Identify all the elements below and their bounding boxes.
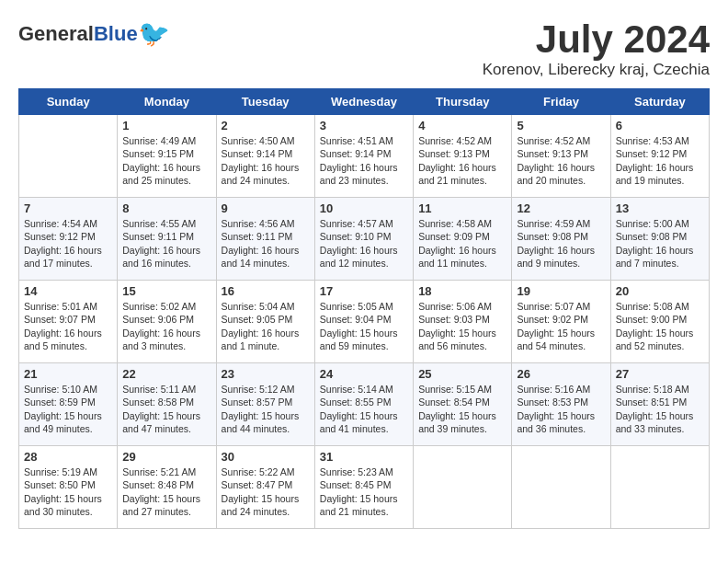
calendar-cell: 25Sunrise: 5:15 AM Sunset: 8:54 PM Dayli… bbox=[414, 363, 512, 446]
day-number: 19 bbox=[517, 284, 605, 298]
day-number: 3 bbox=[320, 119, 408, 132]
day-number: 7 bbox=[24, 201, 112, 215]
day-info: Sunrise: 5:00 AM Sunset: 9:08 PM Dayligh… bbox=[616, 217, 704, 270]
day-number: 21 bbox=[24, 367, 112, 381]
day-number: 18 bbox=[418, 284, 506, 298]
day-info: Sunrise: 5:22 AM Sunset: 8:47 PM Dayligh… bbox=[222, 465, 310, 518]
day-number: 20 bbox=[616, 284, 704, 298]
calendar-cell: 12Sunrise: 4:59 AM Sunset: 9:08 PM Dayli… bbox=[512, 198, 610, 281]
day-info: Sunrise: 5:10 AM Sunset: 8:59 PM Dayligh… bbox=[24, 383, 112, 435]
calendar-cell: 2Sunrise: 4:50 AM Sunset: 9:14 PM Daylig… bbox=[216, 115, 314, 198]
calendar-cell bbox=[19, 115, 118, 198]
calendar-cell: 29Sunrise: 5:21 AM Sunset: 8:48 PM Dayli… bbox=[118, 446, 216, 529]
calendar-cell bbox=[610, 446, 709, 529]
title-area: July 2024 Korenov, Liberecky kraj, Czech… bbox=[483, 18, 710, 79]
day-info: Sunrise: 5:15 AM Sunset: 8:54 PM Dayligh… bbox=[418, 383, 506, 435]
calendar-cell: 8Sunrise: 4:55 AM Sunset: 9:11 PM Daylig… bbox=[118, 198, 216, 281]
day-number: 13 bbox=[616, 201, 704, 215]
day-info: Sunrise: 5:04 AM Sunset: 9:05 PM Dayligh… bbox=[222, 300, 310, 352]
calendar-title: July 2024 bbox=[483, 18, 710, 61]
day-info: Sunrise: 5:07 AM Sunset: 9:02 PM Dayligh… bbox=[517, 300, 605, 352]
calendar-cell: 31Sunrise: 5:23 AM Sunset: 8:45 PM Dayli… bbox=[314, 446, 413, 529]
calendar-week-row: 28Sunrise: 5:19 AM Sunset: 8:50 PM Dayli… bbox=[19, 446, 710, 529]
weekday-header-monday: Monday bbox=[118, 89, 216, 115]
day-info: Sunrise: 4:59 AM Sunset: 9:08 PM Dayligh… bbox=[517, 217, 605, 270]
day-number: 4 bbox=[418, 119, 506, 132]
calendar-cell: 18Sunrise: 5:06 AM Sunset: 9:03 PM Dayli… bbox=[414, 281, 512, 363]
day-info: Sunrise: 5:08 AM Sunset: 9:00 PM Dayligh… bbox=[616, 300, 704, 352]
day-number: 28 bbox=[24, 450, 112, 464]
calendar-cell bbox=[512, 446, 610, 529]
weekday-header-wednesday: Wednesday bbox=[314, 89, 413, 115]
calendar-cell: 15Sunrise: 5:02 AM Sunset: 9:06 PM Dayli… bbox=[118, 281, 216, 363]
weekday-header-sunday: Sunday bbox=[19, 89, 118, 115]
calendar-cell: 14Sunrise: 5:01 AM Sunset: 9:07 PM Dayli… bbox=[19, 281, 118, 363]
day-info: Sunrise: 5:12 AM Sunset: 8:57 PM Dayligh… bbox=[222, 383, 310, 435]
calendar-cell: 5Sunrise: 4:52 AM Sunset: 9:13 PM Daylig… bbox=[512, 115, 610, 198]
day-number: 22 bbox=[122, 367, 210, 381]
logo: GeneralBlue 🐦 bbox=[18, 18, 170, 49]
calendar-cell: 23Sunrise: 5:12 AM Sunset: 8:57 PM Dayli… bbox=[216, 363, 314, 446]
day-info: Sunrise: 5:05 AM Sunset: 9:04 PM Dayligh… bbox=[320, 300, 408, 352]
calendar-cell bbox=[414, 446, 512, 529]
calendar-table: SundayMondayTuesdayWednesdayThursdayFrid… bbox=[18, 88, 710, 529]
day-info: Sunrise: 5:06 AM Sunset: 9:03 PM Dayligh… bbox=[418, 300, 506, 352]
calendar-cell: 16Sunrise: 5:04 AM Sunset: 9:05 PM Dayli… bbox=[216, 281, 314, 363]
day-info: Sunrise: 5:11 AM Sunset: 8:58 PM Dayligh… bbox=[122, 383, 210, 435]
day-info: Sunrise: 5:02 AM Sunset: 9:06 PM Dayligh… bbox=[122, 300, 210, 352]
day-info: Sunrise: 5:18 AM Sunset: 8:51 PM Dayligh… bbox=[616, 383, 704, 435]
calendar-cell: 9Sunrise: 4:56 AM Sunset: 9:11 PM Daylig… bbox=[216, 198, 314, 281]
weekday-header-row: SundayMondayTuesdayWednesdayThursdayFrid… bbox=[19, 89, 710, 115]
day-info: Sunrise: 5:01 AM Sunset: 9:07 PM Dayligh… bbox=[24, 300, 112, 352]
calendar-cell: 22Sunrise: 5:11 AM Sunset: 8:58 PM Dayli… bbox=[118, 363, 216, 446]
day-info: Sunrise: 4:52 AM Sunset: 9:13 PM Dayligh… bbox=[517, 134, 605, 187]
calendar-cell: 21Sunrise: 5:10 AM Sunset: 8:59 PM Dayli… bbox=[19, 363, 118, 446]
day-number: 12 bbox=[517, 201, 605, 215]
day-number: 2 bbox=[222, 119, 310, 132]
day-number: 14 bbox=[24, 284, 112, 298]
day-number: 15 bbox=[122, 284, 210, 298]
logo-blue: Blue bbox=[94, 22, 138, 45]
calendar-week-row: 14Sunrise: 5:01 AM Sunset: 9:07 PM Dayli… bbox=[19, 281, 710, 363]
day-info: Sunrise: 5:19 AM Sunset: 8:50 PM Dayligh… bbox=[24, 465, 112, 518]
calendar-cell: 10Sunrise: 4:57 AM Sunset: 9:10 PM Dayli… bbox=[314, 198, 413, 281]
calendar-cell: 13Sunrise: 5:00 AM Sunset: 9:08 PM Dayli… bbox=[610, 198, 709, 281]
day-number: 5 bbox=[517, 119, 605, 132]
day-number: 9 bbox=[222, 201, 310, 215]
calendar-cell: 28Sunrise: 5:19 AM Sunset: 8:50 PM Dayli… bbox=[19, 446, 118, 529]
day-number: 8 bbox=[122, 201, 210, 215]
calendar-cell: 20Sunrise: 5:08 AM Sunset: 9:00 PM Dayli… bbox=[610, 281, 709, 363]
day-number: 11 bbox=[418, 201, 506, 215]
day-info: Sunrise: 4:53 AM Sunset: 9:12 PM Dayligh… bbox=[616, 134, 704, 187]
calendar-subtitle: Korenov, Liberecky kraj, Czechia bbox=[483, 61, 710, 79]
day-number: 16 bbox=[222, 284, 310, 298]
day-number: 30 bbox=[222, 450, 310, 464]
weekday-header-thursday: Thursday bbox=[414, 89, 512, 115]
day-info: Sunrise: 4:52 AM Sunset: 9:13 PM Dayligh… bbox=[418, 134, 506, 187]
page-header: GeneralBlue 🐦 July 2024 Korenov, Liberec… bbox=[18, 18, 710, 79]
weekday-header-saturday: Saturday bbox=[610, 89, 709, 115]
day-info: Sunrise: 4:49 AM Sunset: 9:15 PM Dayligh… bbox=[122, 134, 210, 187]
day-number: 6 bbox=[616, 119, 704, 132]
weekday-header-tuesday: Tuesday bbox=[216, 89, 314, 115]
calendar-cell: 27Sunrise: 5:18 AM Sunset: 8:51 PM Dayli… bbox=[610, 363, 709, 446]
day-number: 24 bbox=[320, 367, 408, 381]
day-info: Sunrise: 5:14 AM Sunset: 8:55 PM Dayligh… bbox=[320, 383, 408, 435]
calendar-week-row: 21Sunrise: 5:10 AM Sunset: 8:59 PM Dayli… bbox=[19, 363, 710, 446]
calendar-cell: 4Sunrise: 4:52 AM Sunset: 9:13 PM Daylig… bbox=[414, 115, 512, 198]
day-number: 29 bbox=[122, 450, 210, 464]
day-number: 26 bbox=[517, 367, 605, 381]
calendar-cell: 11Sunrise: 4:58 AM Sunset: 9:09 PM Dayli… bbox=[414, 198, 512, 281]
logo-general: General bbox=[18, 22, 94, 45]
weekday-header-friday: Friday bbox=[512, 89, 610, 115]
calendar-cell: 19Sunrise: 5:07 AM Sunset: 9:02 PM Dayli… bbox=[512, 281, 610, 363]
calendar-cell: 24Sunrise: 5:14 AM Sunset: 8:55 PM Dayli… bbox=[314, 363, 413, 446]
calendar-cell: 17Sunrise: 5:05 AM Sunset: 9:04 PM Dayli… bbox=[314, 281, 413, 363]
day-number: 25 bbox=[418, 367, 506, 381]
calendar-cell: 30Sunrise: 5:22 AM Sunset: 8:47 PM Dayli… bbox=[216, 446, 314, 529]
day-info: Sunrise: 4:54 AM Sunset: 9:12 PM Dayligh… bbox=[24, 217, 112, 270]
calendar-cell: 26Sunrise: 5:16 AM Sunset: 8:53 PM Dayli… bbox=[512, 363, 610, 446]
day-number: 17 bbox=[320, 284, 408, 298]
calendar-cell: 7Sunrise: 4:54 AM Sunset: 9:12 PM Daylig… bbox=[19, 198, 118, 281]
day-number: 1 bbox=[122, 119, 210, 132]
